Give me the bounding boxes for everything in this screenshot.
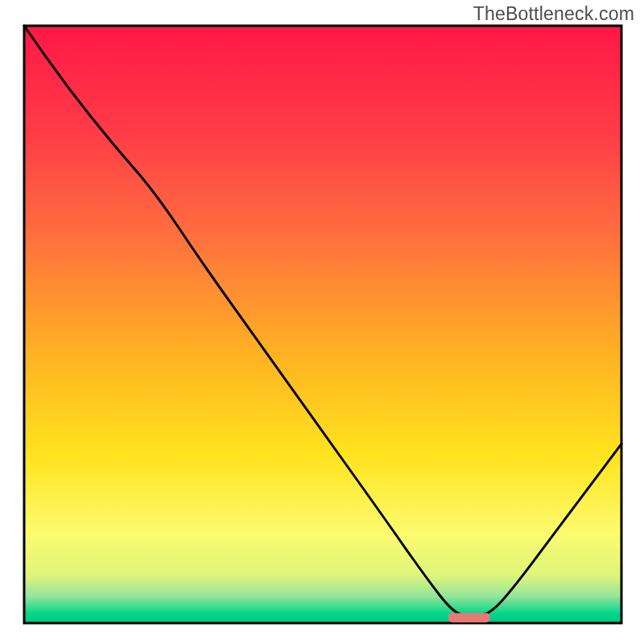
bottleneck-chart (0, 0, 644, 644)
chart-container: TheBottleneck.com (0, 0, 644, 644)
plot-background (24, 26, 621, 623)
optimal-range-marker (448, 613, 490, 622)
watermark-text: TheBottleneck.com (473, 3, 634, 25)
